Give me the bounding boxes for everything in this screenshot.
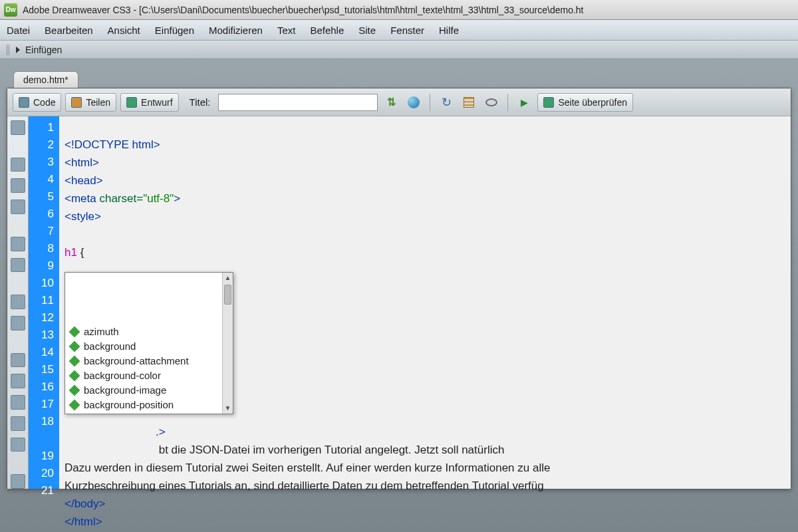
titlebar: Dw Adobe Dreamweaver CS3 - [C:\Users\Dan… (0, 0, 798, 20)
line-number: 2 (29, 136, 54, 154)
window-title: Adobe Dreamweaver CS3 - [C:\Users\Dani\D… (23, 5, 584, 15)
property-icon (69, 341, 80, 352)
code-line: bt die JSON-Datei im vorherigen Tutorial… (65, 444, 507, 456)
document-frame: Code Teilen Entwurf Titel: ⇅ ↻ ▶ Seite ü… (7, 88, 791, 489)
property-icon (69, 356, 80, 367)
view-options-button[interactable] (460, 93, 478, 112)
design-view-button[interactable]: Entwurf (120, 93, 178, 112)
line-number: 6 (29, 205, 54, 223)
line-number (29, 430, 54, 448)
expand-triangle-icon (16, 47, 20, 53)
tool-select-parent[interactable] (11, 237, 25, 251)
browser-preview-button[interactable] (404, 93, 423, 112)
tool-collapse-selection[interactable] (11, 178, 25, 193)
tool-new-doc[interactable] (11, 120, 25, 135)
menu-bearbeiten[interactable]: Bearbeiten (45, 25, 93, 36)
autocomplete-item[interactable]: background (65, 339, 233, 354)
tool-collapse-full[interactable] (11, 158, 25, 172)
line-number: 4 (29, 171, 54, 188)
line-number: 13 (29, 327, 54, 344)
line-number: 11 (29, 292, 54, 309)
autocomplete-item[interactable]: azimuth (65, 325, 233, 339)
menu-fenster[interactable]: Fenster (390, 25, 424, 36)
line-number: 9 (29, 257, 54, 275)
autocomplete-item[interactable]: background-attachment (65, 354, 233, 368)
split-view-button[interactable]: Teilen (65, 93, 116, 112)
code-view-button[interactable]: Code (13, 93, 61, 112)
line-number: 16 (29, 378, 54, 396)
check-page-icon (543, 97, 554, 108)
workspace: demo.htm* Code Teilen Entwurf Titel: ⇅ ↻… (0, 59, 798, 532)
title-input[interactable] (218, 94, 378, 111)
property-icon (69, 327, 80, 338)
grip-icon (7, 45, 11, 55)
design-view-icon (126, 97, 137, 108)
line-number: 18 (29, 413, 54, 430)
code-line: </html> (65, 515, 102, 528)
line-number: 20 (29, 465, 54, 482)
autocomplete-label: background-repeat (84, 411, 168, 414)
property-icon (69, 385, 80, 396)
refresh-button[interactable]: ↻ (437, 93, 456, 112)
line-number: 14 (29, 344, 54, 361)
list-icon (464, 97, 474, 108)
line-number: 21 (29, 482, 54, 499)
tool-comment[interactable] (11, 353, 25, 368)
menu-ansicht[interactable]: Ansicht (108, 25, 140, 36)
tool-line-numbers[interactable] (11, 295, 25, 309)
tool-word-wrap[interactable] (11, 316, 25, 331)
line-number: 15 (29, 361, 54, 378)
code-area[interactable]: <!DOCTYPE html> <html> <head> <meta char… (59, 116, 791, 489)
insert-panel-bar[interactable]: Einfügen (0, 41, 798, 59)
autocomplete-item[interactable]: background-color (65, 368, 233, 383)
play-check-icon: ▶ (521, 97, 528, 108)
line-number: 1 (29, 119, 54, 136)
code-line: Kurzbeschreibung eines Tutorials an, sin… (65, 479, 544, 492)
refresh-icon: ↻ (442, 95, 452, 110)
design-view-label: Entwurf (141, 97, 172, 108)
code-line: <!DOCTYPE html> (65, 138, 160, 151)
line-number: 12 (29, 309, 54, 327)
tool-recent[interactable] (11, 438, 25, 452)
tool-indent[interactable] (11, 474, 25, 489)
check-page-label: Seite überprüfen (558, 97, 627, 108)
line-number: 5 (29, 188, 54, 205)
code-view-icon (19, 97, 29, 108)
tool-highlight[interactable] (11, 395, 25, 410)
code-line: Dazu werden in diesem Tutorial zwei Seit… (65, 462, 550, 474)
property-icon (69, 400, 80, 411)
menu-befehle[interactable]: Befehle (310, 25, 344, 36)
code-line: .> (65, 426, 166, 438)
menu-einfuegen[interactable]: Einfügen (155, 25, 194, 36)
menu-site[interactable]: Site (358, 25, 376, 36)
code-tool-strip (7, 116, 29, 489)
code-line: <head> (65, 174, 103, 187)
tool-uncomment[interactable] (11, 374, 25, 388)
visual-aids-button[interactable] (482, 93, 501, 112)
upload-download-button[interactable]: ⇅ (382, 93, 400, 112)
line-number: 17 (29, 396, 54, 413)
code-editor: 123456789101112131415161718 192021 <!DOC… (7, 116, 791, 489)
line-number: 8 (29, 240, 54, 257)
autocomplete-scrollbar[interactable]: ▲ ▼ (222, 273, 233, 414)
menu-hilfe[interactable]: Hilfe (439, 25, 459, 36)
autocomplete-item[interactable]: background-position (65, 398, 233, 412)
scroll-down-icon[interactable]: ▼ (223, 403, 233, 414)
autocomplete-item[interactable]: background-repeat (65, 412, 233, 414)
scroll-up-icon[interactable]: ▲ (223, 273, 233, 283)
validate-button[interactable]: ▶ (515, 93, 533, 112)
check-page-button[interactable]: Seite überprüfen (537, 93, 633, 112)
menu-text[interactable]: Text (277, 25, 296, 36)
autocomplete-item[interactable]: background-image (65, 383, 233, 398)
menu-modifizieren[interactable]: Modifizieren (209, 25, 263, 36)
line-number-gutter: 123456789101112131415161718 192021 (29, 116, 59, 489)
code-line (65, 228, 68, 241)
tool-balance-braces[interactable] (11, 258, 25, 273)
arrows-icon: ⇅ (387, 96, 396, 108)
scroll-thumb[interactable] (224, 285, 231, 305)
tool-snippet[interactable] (11, 416, 25, 431)
tool-expand[interactable] (11, 200, 25, 214)
menu-datei[interactable]: Datei (7, 25, 30, 36)
document-tab[interactable]: demo.htm* (13, 71, 78, 88)
autocomplete-popup: ▲ ▼ azimuthbackgroundbackground-attachme… (65, 272, 233, 414)
